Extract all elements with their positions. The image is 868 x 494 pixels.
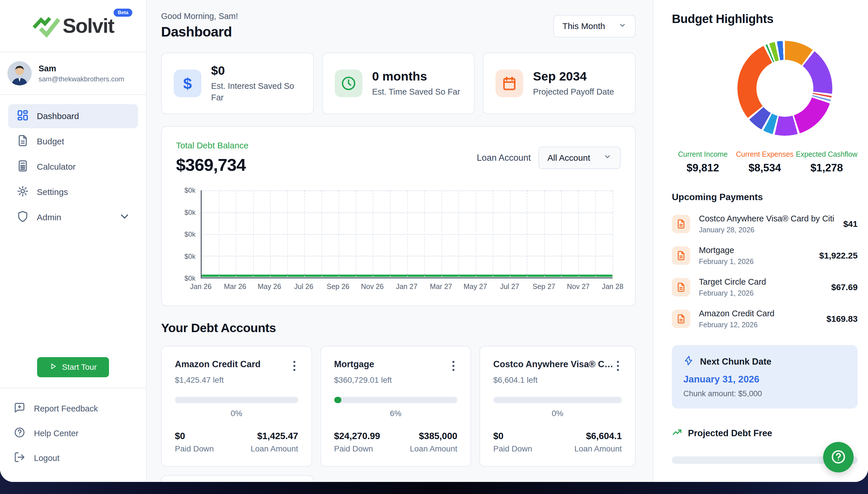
payment-title: Amazon Credit Card <box>699 309 822 318</box>
debt-card-mortgage: Mortgage $360,729.01 left 6% $24,270.99 … <box>320 346 471 467</box>
sidebar-item-dashboard[interactable]: Dashboard <box>8 104 138 128</box>
shield-icon <box>17 210 29 225</box>
help-fab-button[interactable] <box>823 442 854 472</box>
sidebar-item-budget[interactable]: Budget <box>8 129 138 154</box>
page-title: Dashboard <box>161 24 238 40</box>
footer-item-label: Help Center <box>34 429 78 438</box>
debt-card-title: Mortgage <box>334 359 375 369</box>
logo-text: Solvit <box>63 14 114 37</box>
main-content: Good Morning, Sam! Dashboard This Month … <box>147 0 653 482</box>
debt-accounts-heading: Your Debt Accounts <box>161 321 636 335</box>
expected-cashflow-stat: Expected Cashflow $1,278 <box>796 150 857 174</box>
user-profile[interactable]: Sam sam@thekwakbrothers.com <box>0 52 146 95</box>
budget-donut-chart <box>737 41 832 136</box>
current-income-label: Current Income <box>672 150 734 158</box>
start-tour-label: Start Tour <box>62 363 97 372</box>
stat-card-interest-saved: $ $0 Est. Interest Saved So Far <box>161 53 314 114</box>
stats-row: $ $0 Est. Interest Saved So Far 0 months… <box>161 53 636 114</box>
report-feedback-item[interactable]: Report Feedback <box>14 396 146 421</box>
paid-down-block: $0 Paid Down <box>493 431 532 454</box>
kebab-menu-icon[interactable] <box>450 359 457 373</box>
payment-date: February 1, 2026 <box>699 289 827 297</box>
debt-card-amazon: Amazon Credit Card $1,425.47 left 0% $0 … <box>161 346 312 467</box>
footer-item-label: Logout <box>34 454 59 463</box>
avatar <box>7 61 32 86</box>
payment-amount: $169.83 <box>827 314 857 324</box>
loan-amount-value: $385,000 <box>410 431 457 441</box>
sidebar-spacer <box>0 229 146 357</box>
payment-date: February 12, 2026 <box>699 321 822 329</box>
current-expenses-label: Current Expenses <box>734 150 795 158</box>
loan-amount-label: Loan Amount <box>250 444 298 454</box>
debt-card-title: Amazon Credit Card <box>175 359 261 369</box>
calculator-icon <box>17 160 29 174</box>
progress-percent: 6% <box>334 409 458 418</box>
donut-hole <box>756 60 813 117</box>
loan-amount-block: $385,000 Loan Amount <box>410 431 457 454</box>
payment-row-target[interactable]: Target Circle Card February 1, 2026 $67.… <box>672 277 857 297</box>
payment-title: Mortgage <box>699 246 815 255</box>
solvit-logo-icon <box>32 13 60 39</box>
progress-percent: 0% <box>175 409 298 418</box>
debt-card-title: Costco Anywhere Visa® Card… <box>493 359 614 369</box>
document-icon <box>17 135 29 149</box>
sidebar-item-settings[interactable]: Settings <box>8 180 138 204</box>
payment-row-amazon[interactable]: Amazon Credit Card February 12, 2026 $16… <box>672 309 857 329</box>
sidebar-item-label: Calculator <box>37 162 76 172</box>
kebab-menu-icon[interactable] <box>614 359 622 373</box>
payment-title: Target Circle Card <box>699 277 827 287</box>
payment-row-mortgage[interactable]: Mortgage February 1, 2026 $1,922.25 <box>672 246 857 266</box>
lightning-icon <box>683 356 694 368</box>
payment-row-costco[interactable]: Costco Anywhere Visa® Card by Citi Janua… <box>672 214 857 234</box>
help-circle-icon <box>14 427 25 440</box>
progress-bar <box>175 397 298 403</box>
trending-up-icon <box>672 427 682 440</box>
debt-card-target: Target Circle Card $975.19 left <box>161 475 314 482</box>
upcoming-payments-heading: Upcoming Payments <box>672 192 857 203</box>
budget-highlights-panel: Budget Highlights Current Income $9,812 … <box>653 0 868 482</box>
debt-card-head: Mortgage <box>334 359 458 373</box>
progress-percent: 0% <box>493 409 622 418</box>
greeting: Good Morning, Sam! <box>161 12 238 21</box>
progress-bar <box>334 397 458 403</box>
period-selector[interactable]: This Month <box>553 15 636 37</box>
debt-card-costco: Costco Anywhere Visa® Card… $6,604.1 lef… <box>479 346 636 467</box>
paid-down-block: $0 Paid Down <box>175 431 214 454</box>
payment-document-icon <box>672 278 690 297</box>
play-icon <box>50 363 57 372</box>
sidebar-nav: Dashboard Budget <box>0 95 146 229</box>
payment-amount: $1,922.25 <box>819 251 857 261</box>
kebab-menu-icon[interactable] <box>290 359 298 373</box>
payment-info: Costco Anywhere Visa® Card by Citi Janua… <box>699 214 839 234</box>
debt-accounts-row: Amazon Credit Card $1,425.47 left 0% $0 … <box>161 346 636 467</box>
sidebar-item-calculator[interactable]: Calculator <box>8 155 138 179</box>
paid-down-label: Paid Down <box>175 444 214 454</box>
loan-amount-value: $1,425.47 <box>250 431 298 441</box>
paid-down-label: Paid Down <box>493 444 532 454</box>
debt-card-head: Amazon Credit Card <box>175 359 298 373</box>
main-header: Good Morning, Sam! Dashboard This Month <box>161 12 636 40</box>
user-info: Sam sam@thekwakbrothers.com <box>39 64 124 83</box>
start-tour-button[interactable]: Start Tour <box>37 357 109 377</box>
logout-item[interactable]: Logout <box>14 446 146 471</box>
help-center-item[interactable]: Help Center <box>14 421 146 446</box>
account-selector[interactable]: All Account <box>539 147 621 169</box>
stat-value: 0 months <box>372 69 460 83</box>
message-plus-icon <box>14 402 25 416</box>
logout-icon <box>14 452 25 465</box>
payment-date: January 28, 2026 <box>699 226 839 234</box>
header-titles: Good Morning, Sam! Dashboard <box>161 12 238 40</box>
stat-label: Est. Interest Saved So Far <box>211 80 301 103</box>
next-chunk-card: Next Chunk Date January 31, 2026 Chunk a… <box>672 345 857 408</box>
stat-text: $0 Est. Interest Saved So Far <box>211 63 301 103</box>
stat-label: Est. Time Saved So Far <box>372 86 460 97</box>
projected-interest-savings-value: $172,539 <box>672 480 857 482</box>
debt-card-footer: $0 Paid Down $6,604.1 Loan Amount <box>493 431 622 454</box>
question-circle-icon <box>830 449 847 466</box>
payment-date: February 1, 2026 <box>699 258 815 266</box>
debt-card-footer: $0 Paid Down $1,425.47 Loan Amount <box>175 431 298 454</box>
loan-account-label: Loan Account <box>477 153 531 163</box>
sidebar-item-admin[interactable]: Admin <box>8 205 138 229</box>
debt-balance-block: Total Debt Balance $369,734 <box>176 140 248 175</box>
budget-highlights-title: Budget Highlights <box>672 12 857 26</box>
